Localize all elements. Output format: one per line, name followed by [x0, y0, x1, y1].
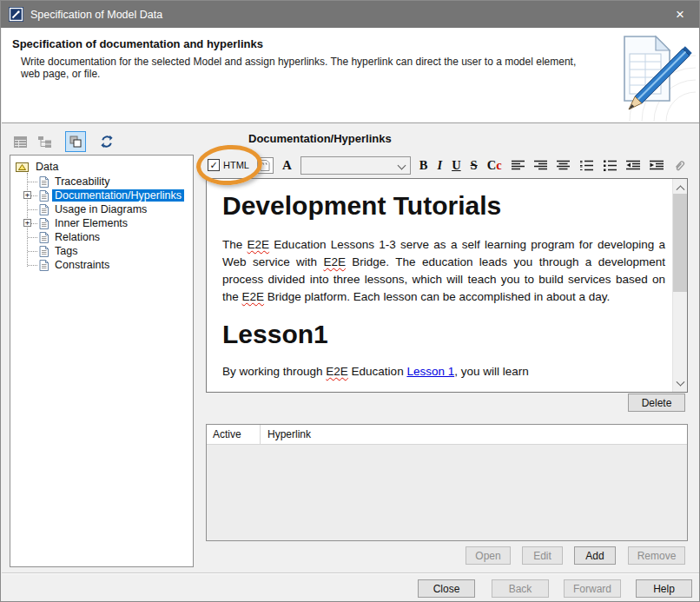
doc-heading-lesson1: Lesson1	[222, 320, 665, 349]
scroll-up-icon[interactable]	[673, 180, 687, 194]
change-case-icon[interactable]: Cc	[486, 159, 503, 172]
titlebar: Specification of Model Data ×	[1, 1, 699, 28]
app-icon	[9, 7, 23, 22]
window-title: Specification of Model Data	[30, 9, 162, 21]
dialog-header: Specification of documentation and hyper…	[2, 28, 699, 123]
expander-plus-icon[interactable]: +	[23, 191, 31, 199]
html-checkbox[interactable]: ✓	[208, 159, 220, 171]
refresh-icon[interactable]	[96, 131, 117, 152]
documentation-editor: Development Tutorials The E2E Education …	[206, 178, 688, 393]
tree-item-constraints[interactable]: Constraints	[24, 258, 191, 272]
edit-button: Edit	[522, 546, 563, 565]
close-icon[interactable]: ×	[669, 5, 691, 23]
editor-scrollbar[interactable]	[672, 179, 687, 392]
doc-paragraph-2: By working through E2E Education Lesson …	[222, 363, 665, 380]
header-title: Specification of documentation and hyper…	[12, 37, 263, 50]
bold-icon[interactable]: B	[419, 159, 429, 172]
open-button: Open	[466, 546, 511, 565]
document-icon	[39, 246, 49, 257]
scroll-down-icon[interactable]	[673, 377, 687, 391]
footer-separator	[2, 572, 699, 574]
model-package-icon	[16, 162, 29, 172]
misspelled-word: E2E	[323, 255, 346, 268]
specification-tree: Data Traceability + Documentation/Hyperl…	[10, 155, 194, 567]
column-header-active: Active	[207, 425, 261, 444]
doc-paragraph-3-clipped: how to install the software and tool com…	[222, 387, 665, 392]
hyperlink-paperclip-icon[interactable]	[672, 159, 687, 172]
tree-view-icon[interactable]	[34, 131, 55, 152]
add-button[interactable]: Add	[574, 546, 616, 565]
hyperlink-table-body[interactable]	[207, 445, 687, 540]
hyperlink-table-header: Active Hyperlink	[207, 425, 687, 445]
tree-item-inner-elements[interactable]: + Inner Elements	[24, 216, 191, 230]
tree-children: Traceability + Documentation/Hyperlinks …	[24, 175, 191, 272]
align-right-icon[interactable]	[533, 160, 548, 171]
html-checkbox-wrap: ✓ HTML	[208, 159, 249, 171]
align-center-icon[interactable]	[556, 160, 571, 171]
document-icon	[39, 204, 49, 215]
html-checkbox-label: HTML	[223, 160, 249, 170]
italic-icon[interactable]: I	[436, 159, 443, 172]
forward-button: Forward	[564, 579, 621, 598]
tree-item-relations[interactable]: Relations	[24, 230, 191, 244]
document-icon	[39, 260, 49, 271]
remove-button: Remove	[628, 546, 685, 565]
tree-root-label: Data	[33, 161, 61, 173]
documentation-text-area[interactable]: Development Tutorials The E2E Education …	[207, 179, 672, 392]
specification-dialog: Specification of Model Data × Specificat…	[0, 0, 700, 602]
back-button: Back	[492, 579, 549, 598]
scrollbar-thumb[interactable]	[673, 194, 687, 292]
tree-item-documentation-hyperlinks[interactable]: + Documentation/Hyperlinks	[24, 189, 191, 202]
delete-button[interactable]: Delete	[628, 394, 685, 412]
document-icon	[39, 176, 49, 188]
document-pencil-illustration	[604, 30, 696, 122]
font-style-dropdown[interactable]	[300, 156, 411, 175]
tree-root-data[interactable]: Data	[16, 159, 191, 175]
doc-heading-development-tutorials: Development Tutorials	[222, 191, 665, 221]
doc-paragraph-1: The E2E Education Lessons 1-3 serve as a…	[222, 236, 665, 306]
document-icon	[39, 232, 49, 243]
header-description: Write documentation for the selected Mod…	[21, 56, 590, 80]
view-toolbar	[10, 130, 117, 153]
duplicate-view-icon[interactable]	[65, 131, 86, 152]
chevron-down-icon	[397, 161, 406, 169]
hyperlink-table: Active Hyperlink	[206, 424, 688, 541]
tree-item-usage-in-diagrams[interactable]: Usage in Diagrams	[24, 202, 191, 216]
tree-item-tags[interactable]: Tags	[24, 244, 191, 258]
close-button[interactable]: Close	[418, 579, 475, 598]
properties-view-icon[interactable]	[10, 131, 30, 152]
expander-plus-icon[interactable]: +	[23, 219, 31, 227]
strikethrough-icon[interactable]: S	[470, 159, 479, 172]
column-header-hyperlink: Hyperlink	[261, 425, 687, 444]
numbered-list-icon[interactable]	[578, 160, 594, 171]
misspelled-word: E2E	[248, 238, 270, 251]
bullet-list-icon[interactable]	[602, 160, 617, 171]
misspelled-word: E2E	[242, 290, 265, 303]
formatting-toolbar: ✓ HTML A B I U S Cc	[208, 154, 687, 176]
help-button[interactable]: Help	[636, 579, 692, 598]
tree-item-traceability[interactable]: Traceability	[24, 175, 191, 189]
document-icon	[39, 190, 49, 202]
insert-template-icon[interactable]	[257, 157, 274, 174]
misspelled-word: E2E	[326, 365, 348, 378]
increase-indent-icon[interactable]	[649, 160, 664, 171]
lesson1-link[interactable]: Lesson 1	[406, 365, 454, 378]
font-color-icon[interactable]: A	[281, 158, 293, 173]
panel-title: Documentation/Hyperlinks	[248, 132, 392, 145]
underline-icon[interactable]: U	[451, 159, 461, 172]
align-left-icon[interactable]	[511, 160, 525, 171]
document-icon	[39, 218, 49, 229]
decrease-indent-icon[interactable]	[625, 160, 641, 171]
